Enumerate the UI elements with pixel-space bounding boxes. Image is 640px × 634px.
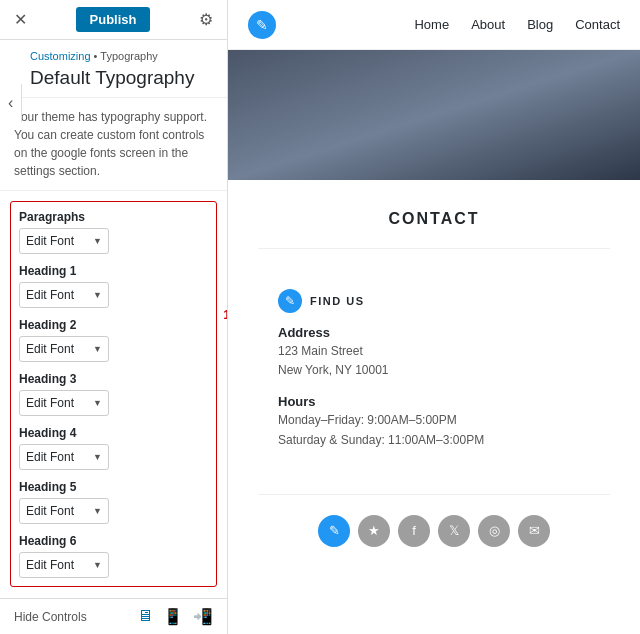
heading5-label: Heading 5 (19, 480, 208, 494)
paragraphs-font-dropdown[interactable]: Edit Font (26, 234, 93, 248)
site-logo: ✎ (248, 11, 276, 39)
back-button[interactable]: ‹ (0, 84, 22, 122)
address-heading: Address (278, 325, 590, 340)
nav-about[interactable]: About (471, 17, 505, 32)
social-email-icon[interactable]: ✉ (518, 515, 550, 547)
heading2-section: Heading 2 Edit Font ▼ (19, 318, 208, 362)
social-edit-icon[interactable]: ✎ (318, 515, 350, 547)
preview-hero (228, 50, 640, 180)
publish-button[interactable]: Publish (76, 7, 151, 32)
heading4-section: Heading 4 Edit Font ▼ (19, 426, 208, 470)
logo-icon: ✎ (256, 17, 268, 33)
contact-title: CONTACT (258, 210, 610, 228)
nav-links: Home About Blog Contact (414, 17, 620, 32)
heading4-label: Heading 4 (19, 426, 208, 440)
preview-content: CONTACT ✎ FIND US Address 123 Main Stree… (228, 180, 640, 634)
address-block: Address 123 Main Street New York, NY 100… (278, 325, 590, 380)
social-yelp-icon[interactable]: ★ (358, 515, 390, 547)
heading6-section: Heading 6 Edit Font ▼ (19, 534, 208, 578)
paragraphs-font-select[interactable]: Edit Font ▼ (19, 228, 109, 254)
dropdown-arrow-icon: ▼ (93, 452, 102, 462)
mobile-icon[interactable]: 📲 (193, 607, 213, 626)
device-icons-group: 🖥 📱 📲 (137, 607, 213, 626)
heading1-font-select[interactable]: Edit Font ▼ (19, 282, 109, 308)
social-instagram-icon[interactable]: ◎ (478, 515, 510, 547)
left-panel: ✕ Publish ⚙ ‹ Customizing • Typography D… (0, 0, 228, 634)
location-icon: ✎ (285, 294, 295, 308)
annotation-number: 1. (223, 307, 227, 322)
back-arrow-icon: ‹ (8, 94, 13, 111)
dropdown-arrow-icon: ▼ (93, 344, 102, 354)
hide-controls-button[interactable]: Hide Controls (14, 610, 121, 624)
heading5-font-dropdown[interactable]: Edit Font (26, 504, 93, 518)
address-line1: 123 Main Street (278, 342, 590, 361)
nav-contact[interactable]: Contact (575, 17, 620, 32)
heading6-font-dropdown[interactable]: Edit Font (26, 558, 93, 572)
paragraphs-section: Paragraphs Edit Font ▼ (19, 210, 208, 254)
heading2-font-select[interactable]: Edit Font ▼ (19, 336, 109, 362)
heading1-label: Heading 1 (19, 264, 208, 278)
font-controls-box: 1. Paragraphs Edit Font ▼ Heading 1 Edit… (10, 201, 217, 587)
heading3-label: Heading 3 (19, 372, 208, 386)
tablet-icon[interactable]: 📱 (163, 607, 183, 626)
heading3-font-select[interactable]: Edit Font ▼ (19, 390, 109, 416)
controls-area: 1. Paragraphs Edit Font ▼ Heading 1 Edit… (0, 191, 227, 598)
description-text: Your theme has typography support. You c… (0, 98, 227, 191)
heading4-font-select[interactable]: Edit Font ▼ (19, 444, 109, 470)
find-us-header: ✎ FIND US (278, 289, 590, 313)
dropdown-arrow-icon: ▼ (93, 560, 102, 570)
find-us-section: ✎ FIND US Address 123 Main Street New Yo… (258, 269, 610, 484)
dropdown-arrow-icon: ▼ (93, 290, 102, 300)
dropdown-arrow-icon: ▼ (93, 398, 102, 408)
heading5-section: Heading 5 Edit Font ▼ (19, 480, 208, 524)
hours-line2: Saturday & Sunday: 11:00AM–3:00PM (278, 431, 590, 450)
heading4-font-dropdown[interactable]: Edit Font (26, 450, 93, 464)
social-bar: ✎ ★ f 𝕏 ◎ ✉ (258, 494, 610, 557)
heading6-font-select[interactable]: Edit Font ▼ (19, 552, 109, 578)
social-facebook-icon[interactable]: f (398, 515, 430, 547)
paragraphs-label: Paragraphs (19, 210, 208, 224)
nav-blog[interactable]: Blog (527, 17, 553, 32)
contact-section: CONTACT (258, 210, 610, 228)
breadcrumb: Customizing • Typography (30, 50, 213, 62)
bottom-bar: Hide Controls 🖥 📱 📲 (0, 598, 227, 634)
heading2-font-dropdown[interactable]: Edit Font (26, 342, 93, 356)
desktop-icon[interactable]: 🖥 (137, 607, 153, 626)
heading1-section: Heading 1 Edit Font ▼ (19, 264, 208, 308)
social-twitter-icon[interactable]: 𝕏 (438, 515, 470, 547)
typography-link: Typography (100, 50, 157, 62)
find-us-icon: ✎ (278, 289, 302, 313)
hide-controls-label: Hide Controls (14, 610, 87, 624)
preview-nav: ✎ Home About Blog Contact (228, 0, 640, 50)
top-bar: ✕ Publish ⚙ (0, 0, 227, 40)
address-line2: New York, NY 10001 (278, 361, 590, 380)
close-button[interactable]: ✕ (10, 10, 31, 29)
heading3-font-dropdown[interactable]: Edit Font (26, 396, 93, 410)
preview-area: ✎ Home About Blog Contact CONTACT ✎ FIND… (228, 0, 640, 634)
hours-line1: Monday–Friday: 9:00AM–5:00PM (278, 411, 590, 430)
heading2-label: Heading 2 (19, 318, 208, 332)
breadcrumb-section: Customizing • Typography Default Typogra… (0, 40, 227, 98)
heading6-label: Heading 6 (19, 534, 208, 548)
page-title: Default Typography (30, 66, 213, 91)
dropdown-arrow-icon: ▼ (93, 506, 102, 516)
dropdown-arrow-icon: ▼ (93, 236, 102, 246)
heading1-font-dropdown[interactable]: Edit Font (26, 288, 93, 302)
settings-gear-button[interactable]: ⚙ (195, 10, 217, 29)
divider (258, 248, 610, 249)
nav-home[interactable]: Home (414, 17, 449, 32)
hours-heading: Hours (278, 394, 590, 409)
hours-block: Hours Monday–Friday: 9:00AM–5:00PM Satur… (278, 394, 590, 449)
heading5-font-select[interactable]: Edit Font ▼ (19, 498, 109, 524)
find-us-title: FIND US (310, 295, 365, 307)
customizing-link[interactable]: Customizing (30, 50, 91, 62)
gear-icon: ⚙ (199, 11, 213, 28)
heading3-section: Heading 3 Edit Font ▼ (19, 372, 208, 416)
